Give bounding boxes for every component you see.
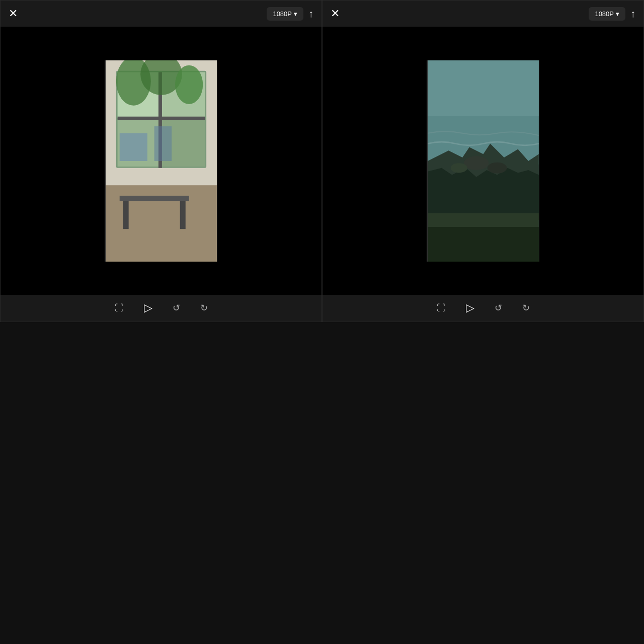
redo-button-left[interactable]: ↻ — [200, 302, 208, 313]
svg-rect-8 — [117, 116, 205, 120]
panel-top-left: ✕ 1080P ▾ ↑ — [0, 0, 322, 322]
svg-rect-15 — [180, 201, 185, 229]
timeline-ruler-left: 00:07 / 00:17 00:06 00:08 00:10 — [1, 321, 321, 322]
controls-bar-right: ⛶ ▷ ↺ ↻ — [323, 295, 643, 321]
close-button-right[interactable]: ✕ — [331, 8, 340, 19]
svg-point-25 — [463, 156, 489, 170]
undo-button-right[interactable]: ↺ — [495, 302, 502, 313]
upload-button-right[interactable]: ↑ — [630, 8, 635, 20]
close-button-left[interactable]: ✕ — [9, 8, 18, 19]
top-bar-left: ✕ 1080P ▾ ↑ — [1, 1, 321, 27]
fullscreen-button-right[interactable]: ⛶ — [437, 303, 446, 313]
svg-rect-17 — [154, 126, 171, 161]
preview-area-right — [323, 27, 643, 295]
play-button-right[interactable]: ▷ — [466, 301, 474, 314]
fullscreen-button-left[interactable]: ⛶ — [115, 303, 124, 313]
svg-point-26 — [487, 162, 507, 173]
svg-rect-14 — [123, 201, 128, 229]
upload-button-left[interactable]: ↑ — [308, 8, 313, 20]
video-preview-left — [105, 60, 218, 262]
svg-rect-24 — [428, 227, 539, 262]
panel-top-right: ✕ 1080P ▾ ↑ — [322, 0, 644, 322]
play-button-left[interactable]: ▷ — [144, 301, 152, 314]
svg-rect-13 — [119, 196, 189, 201]
redo-button-right[interactable]: ↻ — [522, 302, 530, 313]
controls-bar-left: ⛶ ▷ ↺ ↻ — [1, 295, 321, 321]
svg-point-11 — [175, 65, 203, 104]
svg-point-27 — [450, 163, 467, 173]
resolution-button-left[interactable]: 1080P ▾ — [267, 7, 303, 21]
top-bar-right: ✕ 1080P ▾ ↑ — [323, 1, 643, 27]
video-preview-right — [427, 60, 540, 262]
preview-area-left — [1, 27, 321, 295]
svg-rect-22 — [428, 60, 539, 116]
undo-button-left[interactable]: ↺ — [173, 302, 180, 313]
svg-rect-16 — [119, 133, 147, 160]
resolution-button-right[interactable]: 1080P ▾ — [589, 7, 625, 21]
timeline-ruler-right: 00:09 / 00:17 00:06 00:08 00:10 00:12 — [323, 321, 643, 322]
